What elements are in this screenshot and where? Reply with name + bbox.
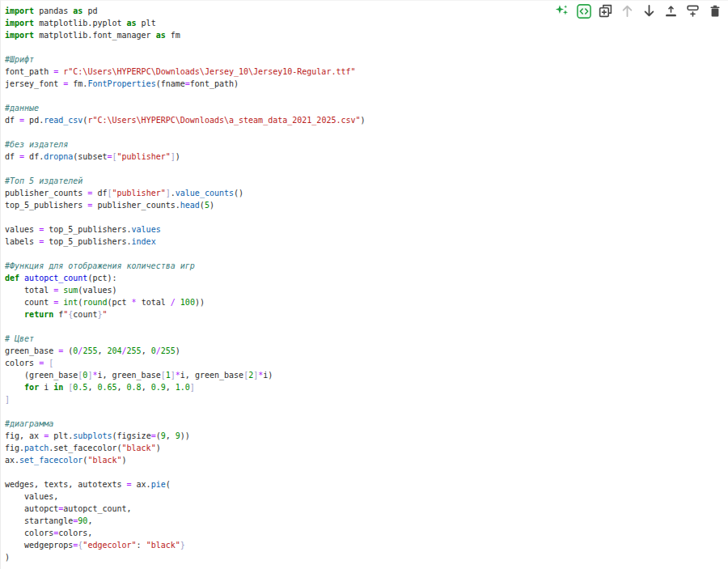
code-cell-button[interactable] bbox=[576, 3, 591, 19]
code-line: labels = top_5_publishers.index bbox=[5, 236, 728, 248]
code-line: ax.set_facecolor("black") bbox=[5, 454, 728, 466]
delete-cell-button[interactable] bbox=[707, 3, 722, 19]
code-line: top_5_publishers = publisher_counts.head… bbox=[5, 199, 728, 211]
duplicate-cell-button[interactable] bbox=[598, 3, 613, 19]
code-line bbox=[5, 466, 728, 478]
code-line: # Цвет bbox=[5, 333, 728, 345]
code-line: for i in [0.5, 0.65, 0.8, 0.9, 1.0] bbox=[5, 381, 728, 393]
insert-cell-below-button[interactable] bbox=[685, 3, 700, 19]
code-line: startangle=90, bbox=[5, 515, 728, 527]
code-line: (green_base[0]*i, green_base[1]*i, green… bbox=[5, 369, 728, 381]
move-cell-up-button[interactable] bbox=[620, 3, 635, 19]
trash-icon bbox=[709, 5, 722, 18]
code-editor[interactable]: import pandas as pdimport matplotlib.pyp… bbox=[1, 3, 728, 569]
code-line: ) bbox=[5, 551, 728, 563]
code-line: publisher_counts = df["publisher"].value… bbox=[5, 187, 728, 199]
code-cell: import pandas as pdimport matplotlib.pyp… bbox=[0, 0, 728, 569]
code-line bbox=[5, 41, 728, 53]
code-line: def autopct_count(pct): bbox=[5, 272, 728, 284]
code-line bbox=[5, 406, 728, 418]
code-line: #Топ 5 издателей bbox=[5, 175, 728, 187]
ai-sparkles-button[interactable] bbox=[554, 3, 569, 19]
code-line bbox=[5, 211, 728, 223]
code-line: colors=colors, bbox=[5, 527, 728, 539]
code-line: font_path = r"C:\Users\HYPERPC\Downloads… bbox=[5, 66, 728, 78]
code-line: #без издателя bbox=[5, 138, 728, 151]
code-icon bbox=[577, 4, 591, 19]
code-line: #диаграмма bbox=[5, 418, 728, 430]
code-line: import matplotlib.font_manager as fm bbox=[5, 29, 728, 41]
insert-cell-above-button[interactable] bbox=[663, 3, 679, 19]
cell-toolbar bbox=[554, 3, 722, 19]
duplicate-icon bbox=[599, 4, 612, 18]
sparkles-icon bbox=[555, 4, 569, 18]
code-line bbox=[5, 163, 728, 175]
arrow-up-icon bbox=[620, 4, 634, 18]
code-line bbox=[5, 126, 728, 138]
insert-above-icon bbox=[664, 4, 678, 18]
code-line: count = int(round(pct * total / 100)) bbox=[5, 296, 728, 308]
code-line bbox=[5, 90, 728, 102]
code-line: return f"{count}" bbox=[5, 308, 728, 321]
code-line: df = df.dropna(subset=["publisher"]) bbox=[5, 151, 728, 163]
code-line: values, bbox=[5, 490, 728, 503]
code-line: green_base = (0/255, 204/255, 0/255) bbox=[5, 345, 728, 357]
code-line: import matplotlib.pyplot as plt bbox=[5, 17, 728, 29]
move-cell-down-button[interactable] bbox=[641, 3, 657, 19]
code-line: total = sum(values) bbox=[5, 284, 728, 296]
code-line: wedgeprops={"edgecolor": "black"} bbox=[5, 539, 728, 551]
code-line: values = top_5_publishers.values bbox=[5, 223, 728, 236]
code-line: fig.patch.set_facecolor("black") bbox=[5, 442, 728, 454]
arrow-down-icon bbox=[642, 4, 656, 18]
code-line: ] bbox=[5, 393, 728, 406]
code-line: df = pd.read_csv(r"C:\Users\HYPERPC\Down… bbox=[5, 114, 728, 126]
code-line bbox=[5, 321, 728, 333]
code-line: fig, ax = plt.subplots(figsize=(9, 9)) bbox=[5, 430, 728, 442]
code-line: #Функция для отображения количества игр bbox=[5, 260, 728, 272]
code-line: #данные bbox=[5, 102, 728, 114]
code-line: jersey_font = fm.FontProperties(fname=fo… bbox=[5, 78, 728, 90]
code-line: colors = [ bbox=[5, 357, 728, 369]
code-line: #Шрифт bbox=[5, 53, 728, 66]
code-line bbox=[5, 248, 728, 260]
code-line: autopct=autopct_count, bbox=[5, 503, 728, 515]
code-line: wedges, texts, autotexts = ax.pie( bbox=[5, 478, 728, 490]
insert-below-icon bbox=[686, 4, 700, 18]
